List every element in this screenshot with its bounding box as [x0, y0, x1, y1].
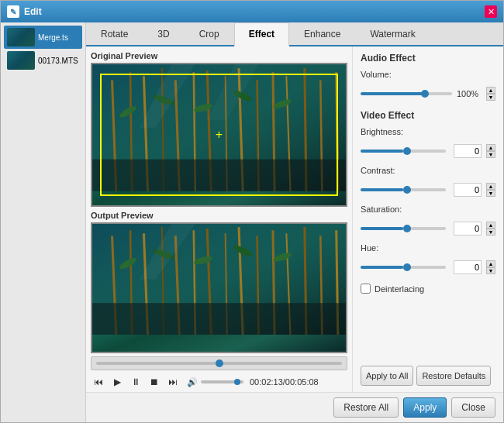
output-preview-label: Output Preview [91, 211, 347, 220]
volume-handle[interactable] [421, 90, 429, 98]
edit-window: ✎ Edit ✕ Merge.ts 00173.MTS Rotate [0, 0, 504, 423]
volume-thumb [234, 379, 240, 385]
contrast-spinner: ▲ ▼ [486, 183, 495, 197]
skip-forward-button[interactable]: ⏭ [165, 374, 181, 390]
play-button[interactable]: ▶ [109, 374, 125, 390]
brightness-track[interactable] [361, 150, 446, 153]
contrast-label: Contrast: [361, 166, 411, 175]
restore-defaults-button[interactable]: Restore Defaults [416, 366, 491, 386]
contrast-handle[interactable] [403, 186, 411, 194]
brightness-label: Brightness: [361, 127, 411, 136]
brightness-handle[interactable] [403, 147, 411, 155]
saturation-fill [361, 227, 403, 230]
editor-area: Original Preview [86, 46, 503, 392]
saturation-track[interactable] [361, 227, 446, 230]
stop-button[interactable]: ⏹ [147, 374, 162, 390]
brightness-fill [361, 150, 403, 153]
output-video-content [92, 224, 346, 352]
skip-back-button[interactable]: ⏮ [91, 374, 106, 390]
saturation-label: Saturation: [361, 205, 411, 214]
saturation-handle[interactable] [403, 225, 411, 232]
saturation-slider-row: ▲ ▼ [361, 222, 495, 236]
apply-button[interactable]: Apply [403, 397, 447, 418]
deinterlacing-label: Deinterlacing [375, 284, 424, 294]
brightness-down[interactable]: ▼ [486, 151, 495, 158]
pause-button[interactable]: ⏸ [128, 374, 143, 390]
restore-all-button[interactable]: Restore All [333, 397, 399, 418]
saturation-down[interactable]: ▼ [486, 229, 495, 236]
timeline-track[interactable] [96, 362, 342, 365]
window-icon: ✎ [7, 5, 19, 18]
contrast-fill [361, 188, 403, 191]
saturation-slider-container [361, 227, 446, 230]
volume-track[interactable] [361, 92, 452, 95]
contrast-input[interactable] [454, 183, 482, 197]
volume-up[interactable]: ▲ [486, 87, 495, 94]
brightness-row: Brightness: [361, 127, 495, 136]
close-button[interactable]: ✕ [485, 5, 497, 18]
apply-to-all-button[interactable]: Apply to All [361, 366, 413, 386]
file-thumb-mts [7, 51, 35, 70]
hue-up[interactable]: ▲ [486, 260, 495, 267]
tab-enhance[interactable]: Enhance [289, 22, 355, 46]
bottom-buttons: Restore All Apply Close [86, 392, 503, 422]
title-bar: ✎ Edit ✕ [1, 1, 503, 22]
timeline-thumb[interactable] [216, 359, 223, 367]
hue-handle[interactable] [403, 263, 411, 271]
brightness-input[interactable] [454, 144, 482, 158]
contrast-row: Contrast: [361, 166, 495, 175]
hue-label: Hue: [361, 243, 411, 253]
contrast-up[interactable]: ▲ [486, 183, 495, 190]
hue-slider-row: ▲ ▼ [361, 260, 495, 274]
contrast-slider-container [361, 188, 446, 191]
hue-slider-container [361, 266, 446, 269]
volume-slider[interactable] [201, 380, 243, 383]
saturation-up[interactable]: ▲ [486, 222, 495, 229]
deinterlacing-row: Deinterlacing [361, 284, 495, 294]
original-video-frame: + [91, 63, 347, 207]
tabs-bar: Rotate 3D Crop Effect Enhance Watermark [86, 22, 503, 46]
close-button[interactable]: Close [451, 397, 495, 418]
volume-value: 100% [457, 89, 482, 98]
brightness-slider-container [361, 150, 446, 153]
volume-slider-row: 100% ▲ ▼ [361, 87, 495, 101]
contrast-down[interactable]: ▼ [486, 190, 495, 197]
svg-rect-47 [92, 303, 346, 335]
hue-input[interactable] [454, 260, 482, 274]
tab-crop[interactable]: Crop [185, 22, 234, 46]
hue-track[interactable] [361, 266, 446, 269]
hue-row: Hue: [361, 243, 495, 253]
output-video-frame [91, 222, 347, 353]
video-section: Original Preview [86, 46, 352, 392]
volume-icon: 🔊 [187, 377, 198, 387]
file-item-mts[interactable]: 00173.MTS [4, 49, 82, 72]
window-title: Edit [24, 6, 480, 17]
audio-section-title: Audio Effect [361, 53, 495, 64]
tab-effect[interactable]: Effect [234, 22, 289, 46]
tab-watermark[interactable]: Watermark [355, 22, 430, 46]
output-video-bg-svg [92, 224, 346, 335]
file-name-merge: Merge.ts [38, 33, 68, 42]
volume-label: Volume: [361, 70, 411, 79]
file-name-mts: 00173.MTS [38, 57, 78, 65]
brightness-slider-row: ▲ ▼ [361, 144, 495, 158]
tab-3d[interactable]: 3D [143, 22, 184, 46]
tab-rotate[interactable]: Rotate [86, 22, 143, 46]
brightness-up[interactable]: ▲ [486, 144, 495, 151]
crop-selection[interactable]: + [100, 74, 338, 196]
saturation-input[interactable] [454, 222, 482, 236]
deinterlacing-checkbox[interactable] [361, 284, 371, 294]
volume-row: Volume: [361, 70, 495, 79]
volume-spinner: ▲ ▼ [486, 87, 495, 101]
original-preview-label: Original Preview [91, 51, 347, 60]
hue-spinner: ▲ ▼ [486, 260, 495, 274]
file-item-merge[interactable]: Merge.ts [4, 26, 82, 49]
timeline-bar[interactable] [91, 356, 347, 370]
hue-fill [361, 266, 403, 269]
hue-down[interactable]: ▼ [486, 267, 495, 274]
time-display: 00:02:13/00:05:08 [250, 377, 319, 387]
contrast-track[interactable] [361, 188, 446, 191]
effects-panel: Audio Effect Volume: 100% ▲ ▼ [352, 46, 503, 392]
volume-down[interactable]: ▼ [486, 94, 495, 101]
contrast-slider-row: ▲ ▼ [361, 183, 495, 197]
